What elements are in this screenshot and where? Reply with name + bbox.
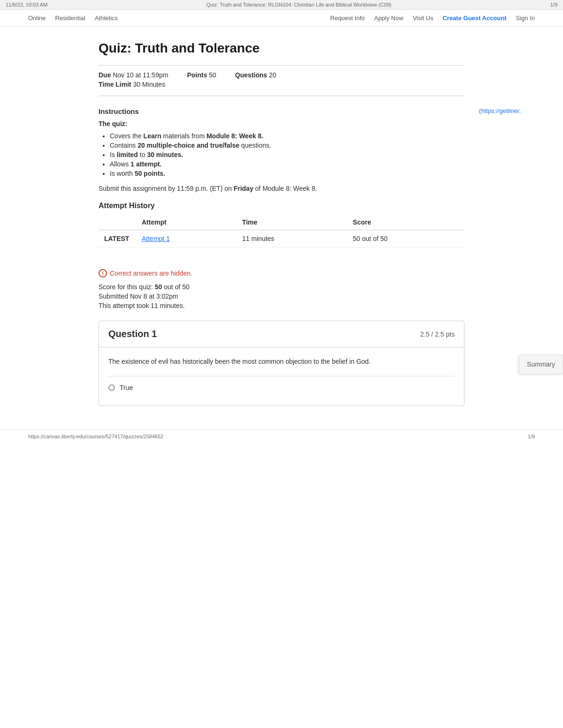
browser-timestamp: 11/8/23, 10:03 AM	[6, 2, 47, 8]
quiz-due: Due Nov 10 at 11:59pm	[99, 71, 168, 79]
browser-page-title: Quiz: Truth and Tolerance: RLGN104: Chri…	[206, 2, 392, 8]
bullet-2: Contains 20 multiple-choice and true/fal…	[110, 142, 464, 149]
nav-bar: Online Residential Athletics Request Inf…	[0, 10, 563, 27]
questions-label: Questions	[235, 71, 267, 79]
instructions-title: Instructions	[99, 107, 464, 115]
quiz-meta-row-2: Time Limit 30 Minutes	[99, 81, 464, 88]
attempt-duration: This attempt took 11 minutes.	[99, 302, 464, 309]
quiz-meta-row-1: Due Nov 10 at 11:59pm Points 50 Question…	[99, 71, 464, 79]
nav-visit-us[interactable]: Visit Us	[413, 15, 434, 22]
nav-residential[interactable]: Residential	[55, 15, 85, 22]
instructions-link[interactable]: (https://getliner.	[479, 107, 521, 114]
col-time-header: Time	[236, 215, 347, 230]
time-limit-duration: 30 Minutes	[133, 81, 165, 88]
due-value: Nov 10 at 11:59pm	[113, 71, 168, 79]
nav-apply-now[interactable]: Apply Now	[374, 15, 403, 22]
score-section: ! Correct answers are hidden. Score for …	[99, 262, 464, 309]
quiz-meta-bar: Due Nov 10 at 11:59pm Points 50 Question…	[99, 65, 464, 96]
footer-url: https://canvas.liberty.edu/courses/52741…	[28, 434, 163, 439]
bullet-5: Is worth 50 points.	[110, 170, 464, 177]
question-1-body: The existence of evil has historically b…	[99, 347, 464, 405]
nav-request-info[interactable]: Request Info	[330, 15, 365, 22]
attempt-row: LATEST Attempt 1 11 minutes 50 out of 50	[99, 230, 464, 248]
submit-note: Submit this assignment by 11:59 p.m. (ET…	[99, 185, 464, 192]
quiz-questions: Questions 20	[235, 71, 276, 79]
quiz-bullets: Covers the Learn materials from Module 8…	[99, 132, 464, 177]
points-label: Points	[187, 71, 207, 79]
attempt-row-time: 11 minutes	[236, 230, 347, 248]
nav-athletics[interactable]: Athletics	[95, 15, 118, 22]
summary-button[interactable]: Summary	[519, 354, 563, 374]
attempt-1-link[interactable]: Attempt 1	[142, 235, 170, 242]
instructions-section: Instructions (https://getliner. The quiz…	[99, 107, 464, 192]
points-number: 50	[209, 71, 216, 79]
attempt-table-header: Attempt Time Score	[99, 215, 464, 230]
correct-answers-notice: ! Correct answers are hidden.	[99, 269, 464, 278]
attempt-row-label: LATEST	[99, 230, 136, 248]
question-1-card: Question 1 2.5 / 2.5 pts The existence o…	[99, 321, 464, 406]
due-label: Due	[99, 71, 111, 79]
browser-page-number: 1/9	[550, 2, 557, 8]
footer-page-number: 1/9	[528, 434, 535, 439]
main-content: Quiz: Truth and Tolerance Due Nov 10 at …	[70, 27, 493, 429]
question-1-text: The existence of evil has historically b…	[108, 357, 455, 367]
score-info: Score for this quiz: 50 out of 50	[99, 283, 464, 291]
attempt-history-title: Attempt History	[99, 202, 464, 210]
hidden-notice-text: Correct answers are hidden.	[110, 270, 192, 277]
bullet-1: Covers the Learn materials from Module 8…	[110, 132, 464, 140]
radio-true[interactable]	[108, 384, 115, 391]
bullet-4: Allows 1 attempt.	[110, 160, 464, 168]
nav-create-guest[interactable]: Create Guest Account	[442, 15, 506, 22]
answer-true-label: True	[120, 384, 133, 391]
question-1-title: Question 1	[108, 329, 157, 339]
attempt-row-score: 50 out of 50	[347, 230, 464, 248]
col-score-header: Score	[347, 215, 464, 230]
quiz-intro: The quiz:	[99, 120, 464, 128]
attempt-row-attempt: Attempt 1	[136, 230, 236, 248]
quiz-title: Quiz: Truth and Tolerance	[99, 41, 464, 56]
answer-option-true: True	[108, 384, 455, 391]
attempt-history-section: Attempt History Attempt Time Score LATES…	[99, 202, 464, 248]
nav-online[interactable]: Online	[28, 15, 46, 22]
browser-bar: 11/8/23, 10:03 AM Quiz: Truth and Tolera…	[0, 0, 563, 10]
question-1-points: 2.5 / 2.5 pts	[420, 330, 455, 338]
page-footer: https://canvas.liberty.edu/courses/52741…	[0, 429, 563, 443]
nav-sign-in[interactable]: Sign In	[516, 15, 535, 22]
submitted-info: Submitted Nov 8 at 3:02pm	[99, 293, 464, 300]
question-1-header: Question 1 2.5 / 2.5 pts	[99, 321, 464, 347]
quiz-time-limit: Time Limit 30 Minutes	[99, 81, 165, 88]
question-divider	[108, 376, 455, 376]
bullet-3: Is limited to 30 minutes.	[110, 151, 464, 158]
col-label-header	[99, 215, 136, 230]
questions-number: 20	[269, 71, 276, 79]
time-limit-label: Time Limit	[99, 81, 131, 88]
quiz-points: Points 50	[187, 71, 216, 79]
warning-icon: !	[99, 269, 107, 278]
col-attempt-header: Attempt	[136, 215, 236, 230]
attempt-table: Attempt Time Score LATEST Attempt 1 11 m…	[99, 215, 464, 248]
